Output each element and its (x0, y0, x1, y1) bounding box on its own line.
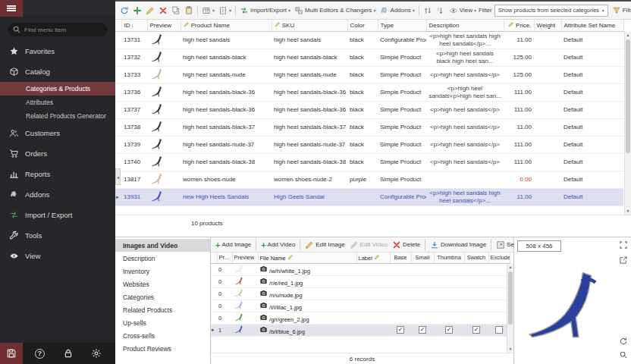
tab-inventory[interactable]: Inventory (115, 265, 210, 278)
delete-product-button[interactable] (157, 5, 169, 17)
product-row[interactable]: 13733high heel sandals-nudehigh heel san… (115, 66, 623, 83)
image-column-header-swatch[interactable]: Swatch (464, 253, 488, 263)
image-column-header-file-name[interactable]: File Name (258, 253, 356, 263)
sidebar-item-orders[interactable]: Orders (0, 143, 115, 164)
columns-button[interactable]: ▾ (200, 5, 216, 17)
sort-button[interactable] (422, 5, 434, 17)
image-column-header-preview[interactable]: Preview (232, 253, 258, 263)
tab-websites[interactable]: Websites (115, 278, 210, 290)
product-row[interactable]: 13739high heel sandals-nude-37high heel … (115, 136, 623, 153)
sidebar-item-tools[interactable]: Tools (0, 225, 115, 246)
filters-button[interactable]: Filters▾ (611, 5, 631, 17)
edit-product-button[interactable] (144, 5, 156, 17)
column-header-id[interactable]: ID↓ (121, 20, 147, 31)
image-row[interactable]: ▸1 /b/l/blue_6.jpg✓✓✓✓ (211, 324, 510, 336)
sidebar-item-import-export[interactable]: Import / Export (0, 205, 115, 225)
column-header-preview[interactable]: Preview (147, 20, 181, 31)
product-row[interactable]: 13740high heel sandals-black-38high heel… (115, 153, 623, 171)
product-row[interactable]: 13732high heel sandals-blackhigh heel sa… (115, 49, 623, 66)
tab-cross-sells[interactable]: Cross-sells (115, 329, 210, 342)
product-row[interactable]: 13817women shoes-nudewomen shoes-nude-2p… (115, 171, 623, 188)
sidebar-item-attributes[interactable]: Attributes (0, 96, 115, 109)
swatch-checkbox[interactable]: ✓ (472, 326, 480, 334)
column-header-product-name[interactable]: Product Name (181, 20, 272, 31)
help-button[interactable]: ? (28, 343, 51, 364)
zoom-icon[interactable] (619, 350, 628, 359)
column-header-color[interactable]: Color (347, 20, 378, 31)
resize-dimensions-box[interactable]: 508 x 456 (517, 240, 561, 252)
delete-image-button[interactable]: Delete (391, 239, 422, 251)
products-scrollbar[interactable]: ▲▼ (624, 32, 631, 215)
add-product-button[interactable] (131, 5, 143, 17)
product-row[interactable]: 13731high heel sandalshigh heel sandalsb… (115, 31, 623, 49)
sidebar-item-addons[interactable]: Addons (0, 184, 115, 205)
tab-related-products[interactable]: Related Products (115, 303, 210, 316)
collapse-panel-handle[interactable]: ◂ (115, 168, 121, 185)
sort-order-button[interactable] (435, 5, 447, 17)
sidebar-search[interactable] (8, 23, 108, 36)
sidebar-item-view[interactable]: View (0, 246, 115, 266)
image-column-header-thumbna[interactable]: Thumbna (434, 253, 464, 263)
column-header-weight[interactable]: Weight (534, 20, 561, 31)
image-column-header-label[interactable]: Label (356, 253, 390, 263)
product-row[interactable]: 13738high heel sandals-black-37high heel… (115, 118, 623, 136)
menu-search-input[interactable] (24, 27, 103, 33)
refresh-button[interactable] (118, 5, 130, 17)
export-grid-button[interactable]: ▾ (217, 5, 233, 17)
download-image-button[interactable]: Download Image (429, 239, 488, 251)
edit-image-button[interactable]: Edit Image (303, 239, 346, 251)
tab-product-reviews[interactable]: Product Reviews (115, 342, 210, 355)
import-export-menu[interactable]: Import/Export▾ (238, 5, 292, 17)
view-menu[interactable]: View▾ (447, 5, 478, 17)
multi-editors-menu[interactable]: Multi Editors & Changers▾ (293, 5, 378, 17)
image-file-name: /w/h/white_1.jpg (269, 268, 310, 275)
column-header-attribute-set-name[interactable]: Attribute Set Name (561, 20, 623, 31)
image-row[interactable]: 0 /l/i/lilac_1.jpg (211, 300, 510, 312)
sidebar-item-categories-products[interactable]: Categories & Products (0, 82, 115, 96)
image-row[interactable]: 0 /g/r/green_2.jpg (211, 312, 510, 324)
add-video-button[interactable]: +Add Video (259, 240, 297, 250)
fullscreen-icon[interactable] (619, 240, 628, 249)
image-column-header-pr[interactable]: Pr... (217, 253, 232, 263)
settings-button[interactable] (85, 343, 108, 364)
image-row[interactable]: 0 /n/u/nude.jpg (211, 287, 510, 300)
hamburger-icon (7, 5, 16, 13)
column-header-price[interactable]: Price, (504, 20, 534, 31)
column-header-type[interactable]: Type (378, 20, 426, 31)
hamburger-menu-button[interactable] (0, 0, 23, 17)
exclude-checkbox[interactable] (495, 326, 503, 334)
sidebar-item-reports[interactable]: Reports (0, 164, 115, 184)
image-row[interactable]: 0 /r/e/red_1.jpg (211, 275, 510, 287)
add-image-button[interactable]: +Add Image (214, 240, 253, 250)
tab-description[interactable]: Description (115, 252, 210, 265)
open-external-icon[interactable] (619, 256, 628, 265)
product-row[interactable]: ▸13931new High Heels SandalsHigh Geels S… (115, 188, 623, 206)
filter-category-select[interactable]: Show products from selected categories▾ (494, 5, 608, 17)
column-header-description[interactable]: Description (426, 20, 504, 31)
save-button[interactable] (0, 343, 23, 364)
rotate-icon[interactable] (619, 337, 628, 346)
column-header-sku[interactable]: SKU (272, 20, 347, 31)
thumbnail-checkbox[interactable]: ✓ (445, 326, 453, 334)
tab-images-and-video[interactable]: Images and Video (115, 239, 210, 252)
image-column-header-base[interactable]: Base (390, 253, 411, 263)
sidebar-item-related-products-generator[interactable]: Related Products Generator (0, 109, 115, 123)
image-column-header-exclude[interactable]: Exclude (488, 253, 510, 263)
product-row[interactable]: 13736high heel sandals-black-36high heel… (115, 83, 623, 101)
addons-menu[interactable]: Addons▾ (378, 5, 416, 17)
tab-up-sells[interactable]: Up-sells (115, 316, 210, 329)
image-column-header-small[interactable]: Small (411, 253, 434, 263)
sidebar-item-favorites[interactable]: Favorites (0, 41, 115, 61)
product-row[interactable]: 13737high heel sandals-black-36high heel… (115, 101, 623, 118)
edit-video-button[interactable]: Edit Video (348, 239, 389, 251)
tab-categories[interactable]: Categories (115, 290, 210, 303)
sidebar-item-customers[interactable]: Customers (0, 123, 115, 143)
image-row[interactable]: 0 /w/h/white_1.jpg (211, 263, 510, 275)
base-checkbox[interactable]: ✓ (397, 326, 404, 334)
paste-button[interactable] (183, 5, 195, 17)
sidebar-item-catalog[interactable]: Catalog (0, 61, 115, 82)
lock-button[interactable] (57, 343, 80, 364)
images-scrollbar[interactable]: ▲▼ (507, 264, 513, 353)
copy-button[interactable] (170, 5, 182, 17)
small-checkbox[interactable]: ✓ (419, 326, 426, 334)
